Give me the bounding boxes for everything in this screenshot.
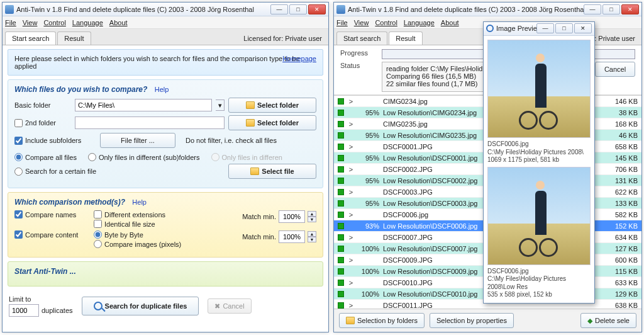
spinner-up[interactable]: ▲ [308, 231, 316, 237]
menu-about[interactable]: About [109, 19, 128, 26]
menu-about[interactable]: About [441, 19, 459, 26]
close-button[interactable]: ✕ [574, 23, 592, 33]
compare-all-radio[interactable] [14, 153, 23, 161]
section-title: Which files do you wish to compare? [14, 85, 147, 94]
spinner-down[interactable]: ▼ [308, 237, 316, 242]
file-size: 131 KB [602, 177, 638, 185]
bottom-bar: Limit to duplicates Search for duplicate… [8, 290, 323, 317]
status-square-icon [338, 200, 344, 207]
compare-pixels-radio[interactable] [94, 240, 102, 248]
window-title: Anti-Twin v 1.8 Find and delete duplicat… [16, 6, 270, 13]
compare-all-label: Compare all files [25, 154, 77, 161]
diff-ext-checkbox[interactable] [94, 210, 102, 219]
shield-icon: ◆ [587, 317, 592, 325]
match-min-value[interactable] [279, 210, 305, 223]
file-size: 600 KB [602, 256, 638, 264]
maximize-button[interactable]: □ [555, 23, 573, 33]
file-size: 582 KB [602, 211, 638, 219]
menu-language[interactable]: Language [72, 19, 103, 26]
minimize-button[interactable]: — [536, 23, 554, 33]
only-diff-radio-disabled [211, 153, 219, 161]
file-size: 658 KB [602, 143, 638, 150]
menu-view[interactable]: View [354, 19, 369, 26]
minimize-button[interactable]: — [270, 4, 288, 14]
status-square-icon [338, 280, 344, 286]
maximize-button[interactable]: □ [602, 4, 620, 14]
second-folder-input[interactable] [75, 116, 225, 129]
popup-titlebar[interactable]: Image Preview — □ ✕ [484, 22, 594, 36]
titlebar[interactable]: Anti-Twin v 1.8 Find and delete duplicat… [3, 3, 328, 16]
close-button[interactable]: ✕ [621, 4, 639, 14]
search-duplicates-button[interactable]: Search for duplicate files [82, 297, 199, 315]
filter-note: Do not filter, i.e. check all files [186, 137, 277, 144]
section-title: Start Anti-Twin ... [14, 267, 76, 276]
status-square-icon [338, 155, 344, 161]
status-square-icon [338, 189, 344, 195]
tabs: Start search Result Licensed for: Privat… [3, 29, 328, 45]
select-file-button[interactable]: Select file [228, 164, 316, 179]
image-preview-popup[interactable]: Image Preview — □ ✕ DSCF0006.jpg C:\My F… [483, 21, 595, 304]
dropdown-icon[interactable]: ▾ [216, 99, 225, 111]
caption-filename: DSCF0006.jpg [487, 140, 591, 149]
select-folder-button-2[interactable]: Select folder [228, 115, 316, 130]
tab-start-search[interactable]: Start search [5, 31, 56, 45]
license-info: Licensed for: Private user [243, 35, 322, 42]
folder-icon [246, 101, 255, 109]
chevron-icon: > [348, 279, 354, 287]
spinner-up[interactable]: ▲ [308, 211, 316, 217]
chevron-icon: > [348, 98, 354, 105]
maximize-button[interactable]: □ [289, 4, 307, 14]
selection-by-folders-button[interactable]: Selection by folders [339, 313, 425, 328]
minimize-button[interactable]: — [584, 4, 601, 14]
titlebar[interactable]: Anti-Twin v 1.8 Find and delete duplicat… [334, 3, 641, 16]
section-comparison-methods: Which comparison method(s)? Help Compare… [8, 192, 323, 258]
search-file-radio[interactable] [14, 168, 23, 176]
tab-result[interactable]: Result [389, 31, 422, 45]
menu-control[interactable]: Control [43, 19, 65, 26]
menu-file[interactable]: File [336, 19, 348, 26]
file-size: 115 KB [602, 268, 638, 275]
caption-filename: DSCF0006.jpg [487, 268, 591, 276]
spinner-down[interactable]: ▼ [308, 217, 316, 222]
include-subfolders-checkbox[interactable] [14, 137, 23, 145]
limit-to-label: Limit to [9, 295, 31, 303]
help-link[interactable]: Help [132, 198, 147, 206]
compare-content-checkbox[interactable] [14, 230, 23, 239]
menu-file[interactable]: File [5, 19, 16, 26]
match-percent: 95% [358, 177, 379, 185]
match-percent: 93% [358, 222, 379, 230]
menu-control[interactable]: Control [375, 19, 397, 26]
delete-selected-button[interactable]: ◆Delete sele [580, 313, 636, 328]
cancel-search-button[interactable]: Cancel [595, 62, 635, 77]
ident-size-checkbox[interactable] [94, 220, 102, 228]
help-link[interactable]: Help [155, 86, 169, 93]
status-square-icon [338, 291, 344, 297]
status-square-icon [338, 223, 344, 229]
file-size: 145 KB [602, 154, 638, 162]
tab-result[interactable]: Result [57, 31, 91, 45]
basic-folder-input[interactable] [75, 99, 212, 111]
second-folder-checkbox[interactable] [14, 119, 23, 127]
preview-image-2 [487, 167, 591, 265]
menu-view[interactable]: View [23, 19, 38, 26]
menubar: File View Control Language About [3, 16, 328, 29]
caption-dims: 1069 x 1175 pixel, 581 kb [487, 156, 591, 164]
homepage-link[interactable]: Homepage [282, 55, 316, 62]
menu-language[interactable]: Language [404, 19, 435, 26]
limit-input[interactable] [9, 304, 39, 317]
magnifier-icon [486, 25, 494, 32]
status-square-icon [338, 257, 344, 263]
match-min-label: Match min. [242, 213, 276, 220]
compare-names-checkbox[interactable] [14, 210, 23, 219]
byte-by-byte-radio[interactable] [94, 230, 102, 239]
include-subfolders-label: Include subfolders [25, 137, 81, 144]
selection-by-properties-button[interactable]: Selection by properties [430, 313, 514, 328]
tab-start-search[interactable]: Start search [336, 31, 387, 45]
only-diff-radio[interactable] [88, 153, 96, 161]
select-folder-button[interactable]: Select folder [228, 98, 316, 113]
file-filter-button[interactable]: File filter ... [100, 133, 175, 148]
match-min-value-2[interactable] [279, 230, 305, 243]
status-square-icon [338, 121, 344, 127]
match-percent: 95% [358, 154, 379, 162]
close-button[interactable]: ✕ [308, 4, 326, 14]
